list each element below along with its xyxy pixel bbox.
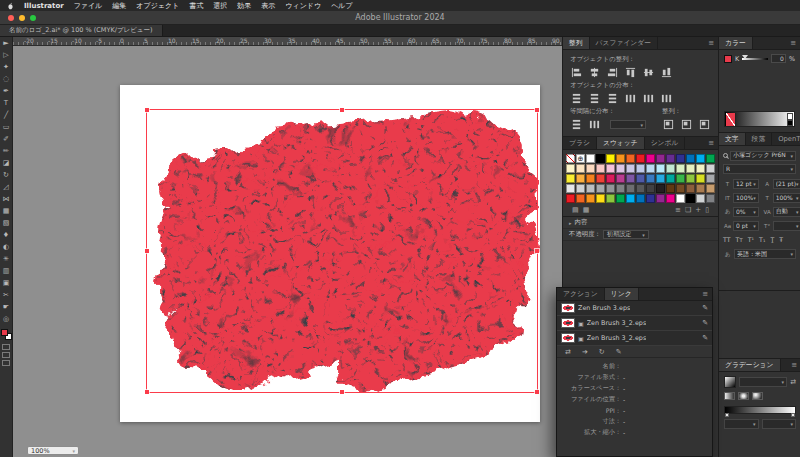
horizontal-distribute-left-icon[interactable] bbox=[624, 92, 637, 105]
align-to-artboard-icon[interactable] bbox=[698, 118, 711, 131]
gradient-panel-menu-icon[interactable]: ≡ bbox=[787, 359, 800, 371]
horizontal-scale-field-box[interactable]: 100%▾ bbox=[773, 193, 800, 203]
gradient-stop-icon[interactable] bbox=[725, 413, 729, 417]
horizontal-align-left-icon[interactable] bbox=[570, 66, 583, 79]
swatch[interactable] bbox=[586, 184, 595, 193]
small-caps-icon[interactable]: Tт bbox=[735, 236, 742, 243]
character-tab-2[interactable]: OpenType bbox=[772, 133, 800, 145]
rectangle-tool[interactable]: ▭ bbox=[0, 121, 13, 133]
fill-swatch[interactable] bbox=[1, 329, 8, 336]
swatch[interactable] bbox=[686, 154, 695, 163]
swatch[interactable] bbox=[576, 184, 585, 193]
swatch[interactable] bbox=[666, 174, 675, 183]
symbol-sprayer-tool[interactable]: ✳ bbox=[0, 253, 13, 265]
swatch[interactable] bbox=[636, 164, 645, 173]
white-black-chips[interactable] bbox=[787, 113, 793, 126]
link-item[interactable]: ▣Zen Brush 3_2.eps✎ bbox=[557, 316, 712, 331]
links-tab-0[interactable]: アクション bbox=[557, 288, 605, 300]
swatch[interactable] bbox=[586, 174, 595, 183]
artboard-tool[interactable]: ▣ bbox=[0, 277, 13, 289]
swatch[interactable] bbox=[646, 174, 655, 183]
swatch[interactable] bbox=[606, 154, 615, 163]
paintbrush-tool[interactable]: ✐ bbox=[0, 133, 13, 145]
menu-item-6[interactable]: 効果 bbox=[237, 1, 251, 11]
edit-original-icon[interactable]: ✎ bbox=[702, 319, 708, 327]
k-value-field[interactable]: 0 bbox=[771, 54, 786, 63]
swatch[interactable] bbox=[676, 174, 685, 183]
swatch[interactable] bbox=[656, 194, 665, 203]
swatch[interactable] bbox=[616, 154, 625, 163]
lasso-tool[interactable]: ◌ bbox=[0, 73, 13, 85]
swatch[interactable] bbox=[636, 154, 645, 163]
vertical-align-bottom-icon[interactable] bbox=[660, 66, 673, 79]
horizontal-align-right-icon[interactable] bbox=[606, 66, 619, 79]
menu-item-3[interactable]: オブジェクト bbox=[136, 1, 179, 11]
kerning-field-box[interactable]: 自動▾ bbox=[773, 207, 800, 217]
zoom-tool[interactable]: ◎ bbox=[0, 313, 13, 325]
swatch[interactable] bbox=[646, 154, 655, 163]
eyedropper-tool[interactable]: ♦ bbox=[0, 229, 13, 241]
menu-item-4[interactable]: 書式 bbox=[189, 1, 203, 11]
menu-item-0[interactable]: Illustrator bbox=[24, 2, 64, 10]
swatches-tab-2[interactable]: シンボル bbox=[645, 137, 686, 149]
swatch[interactable] bbox=[586, 164, 595, 173]
swatch[interactable] bbox=[696, 194, 705, 203]
swatch[interactable] bbox=[676, 164, 685, 173]
vertical-distribute-bottom-icon[interactable] bbox=[606, 92, 619, 105]
swatches-panel-menu-icon[interactable]: ≡ bbox=[704, 137, 718, 149]
swatch[interactable] bbox=[606, 184, 615, 193]
tsume-field[interactable]: あ0%▾ bbox=[723, 206, 759, 217]
language-select[interactable]: 英語：米国 ▾ bbox=[734, 249, 796, 259]
align-tab-1[interactable]: パスファインダー bbox=[590, 37, 659, 49]
width-tool[interactable]: ⋈ bbox=[0, 193, 13, 205]
align-to-key-object-icon[interactable] bbox=[680, 118, 693, 131]
draw-normal-mode-icon[interactable] bbox=[2, 344, 10, 350]
rotate-tool[interactable]: ↻ bbox=[0, 169, 13, 181]
swatch[interactable] bbox=[596, 174, 605, 183]
swatch[interactable] bbox=[646, 164, 655, 173]
leading-field-box[interactable]: (21 pt)▾ bbox=[773, 179, 800, 189]
swatch[interactable] bbox=[576, 174, 585, 183]
align-panel-menu-icon[interactable]: ≡ bbox=[704, 37, 718, 49]
gradient-preview-chip[interactable] bbox=[724, 376, 736, 388]
fill-stroke-indicator[interactable] bbox=[1, 329, 12, 340]
gradient-tool[interactable]: ▧ bbox=[0, 217, 13, 229]
swatch-libraries-icon[interactable]: ▤ bbox=[570, 206, 581, 214]
swatch[interactable] bbox=[566, 194, 575, 203]
swatch[interactable] bbox=[616, 174, 625, 183]
swatch[interactable] bbox=[626, 184, 635, 193]
reverse-gradient-icon[interactable]: ⇄ bbox=[790, 378, 796, 386]
swatch[interactable] bbox=[686, 174, 695, 183]
draw-behind-mode-icon[interactable] bbox=[2, 352, 10, 358]
swatch[interactable] bbox=[696, 154, 705, 163]
horizontal-distribute-center-icon[interactable] bbox=[642, 92, 655, 105]
swatch[interactable] bbox=[606, 194, 615, 203]
new-color-group-icon[interactable]: ❏ bbox=[683, 206, 693, 214]
baseline-shift-field-box[interactable]: 0 pt▾ bbox=[733, 221, 759, 231]
swatch[interactable] bbox=[646, 194, 655, 203]
swatch[interactable] bbox=[586, 154, 595, 163]
selection-tool[interactable]: ► bbox=[0, 37, 13, 49]
character-rotation-field[interactable]: T°▾ bbox=[763, 220, 800, 231]
hand-tool[interactable]: ☛ bbox=[0, 301, 13, 313]
swatch[interactable] bbox=[686, 194, 695, 203]
menu-item-5[interactable]: 選択 bbox=[213, 1, 227, 11]
update-link-icon[interactable]: ↻ bbox=[597, 348, 607, 356]
swatch[interactable] bbox=[586, 194, 595, 203]
swatch[interactable] bbox=[676, 194, 685, 203]
menu-item-7[interactable]: 表示 bbox=[261, 1, 275, 11]
swatch[interactable] bbox=[706, 154, 715, 163]
swatch[interactable] bbox=[656, 174, 665, 183]
character-rotation-field-box[interactable]: ▾ bbox=[773, 221, 800, 231]
swatch[interactable] bbox=[646, 184, 655, 193]
menu-item-2[interactable]: 編集 bbox=[112, 1, 126, 11]
swatch[interactable] bbox=[706, 184, 715, 193]
menu-item-8[interactable]: ウィンドウ bbox=[285, 1, 321, 11]
horizontal-scale-field[interactable]: T100%▾ bbox=[763, 192, 800, 203]
pen-tool[interactable]: ✒ bbox=[0, 85, 13, 97]
all-caps-icon[interactable]: TT bbox=[723, 236, 730, 243]
color-tab-0[interactable]: カラー bbox=[719, 37, 753, 49]
swatch[interactable] bbox=[666, 194, 675, 203]
gradient-opacity-field[interactable]: ▾ bbox=[762, 419, 797, 429]
swatch[interactable] bbox=[576, 194, 585, 203]
